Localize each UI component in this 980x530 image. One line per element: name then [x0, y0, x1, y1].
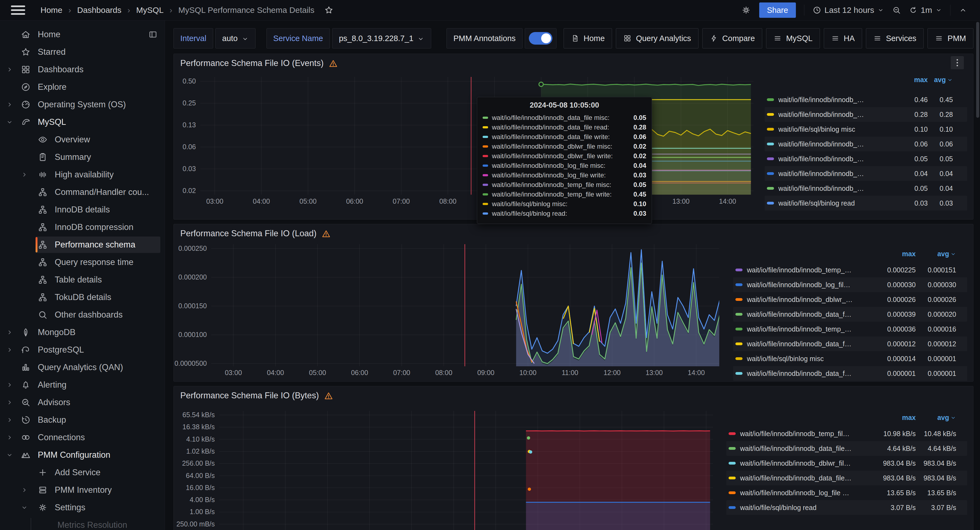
chevron-down-icon [950, 251, 956, 257]
chevron-right-icon[interactable] [6, 101, 13, 108]
chevron-down-icon[interactable] [6, 118, 13, 126]
service-name-select[interactable]: ps_8.0_3.19.228.7_1 [332, 28, 431, 48]
legend-series-label[interactable]: wait/io/file/innodb/innodb_data_file rea… [778, 110, 865, 118]
warning-icon[interactable] [324, 391, 333, 401]
page-scrollbar[interactable] [976, 22, 979, 118]
sidebar-item-summary[interactable]: Summary [0, 148, 165, 166]
panel-legend: maxavgwait/io/file/innodb/innodb_temp_fi… [726, 386, 967, 530]
sidebar-item-query-analytics-qan-[interactable]: Query Analytics (QAN) [0, 359, 165, 376]
legend-sort-avg[interactable]: avg [923, 413, 956, 421]
toolbar-button-ha[interactable]: HA [824, 28, 862, 48]
sidebar-item-backup[interactable]: Backup [0, 411, 165, 429]
warning-icon[interactable] [321, 229, 331, 238]
legend-sort-max[interactable]: max [883, 413, 916, 421]
chevron-right-icon[interactable] [6, 329, 13, 336]
legend-series-label[interactable]: wait/io/file/innodb/innodb_data_file wri… [740, 474, 853, 482]
sidebar-item-add-service[interactable]: Add Service [0, 464, 165, 481]
sidebar-item-operating-system-os-[interactable]: Operating System (OS) [0, 96, 165, 113]
sidebar-item-innodb-details[interactable]: InnoDB details [0, 201, 165, 219]
sidebar-item-high-availability[interactable]: High availability [0, 166, 165, 184]
sidebar-item-home[interactable]: Home [0, 26, 165, 43]
legend-series-label[interactable]: wait/io/file/innodb/innodb_dblwr_file mi… [747, 296, 853, 303]
legend-series-label[interactable]: wait/io/file/innodb/innodb_data_file wri… [778, 140, 865, 148]
breadcrumb-item[interactable]: Dashboards [77, 5, 121, 15]
dock-sidebar-icon[interactable] [148, 30, 158, 39]
toolbar-button-services[interactable]: Services [866, 28, 924, 48]
sidebar-item-explore[interactable]: Explore [0, 78, 165, 96]
toolbar-button-pmm[interactable]: PMM [928, 28, 974, 48]
legend-series-label[interactable]: wait/io/file/innodb/innodb_temp_file wri… [740, 430, 853, 438]
legend-sort-avg[interactable]: avg [923, 250, 956, 258]
refresh-button[interactable]: 1m [909, 5, 942, 15]
menu-toggle-button[interactable] [11, 5, 25, 15]
toolbar-button-query-analytics[interactable]: Query Analytics [616, 28, 698, 48]
sidebar-item-postgresql[interactable]: PostgreSQL [0, 341, 165, 359]
chevron-right-icon[interactable] [6, 382, 13, 388]
legend-series-label[interactable]: wait/io/file/innodb/innodb_dblwr_file wr… [740, 459, 853, 467]
toolbar-button-compare[interactable]: Compare [702, 28, 762, 48]
sidebar-item-mysql[interactable]: MySQL [0, 113, 165, 131]
sidebar-item-innodb-compression[interactable]: InnoDB compression [0, 219, 165, 236]
legend-series-label[interactable]: wait/io/file/innodb/innodb_temp_file wri… [747, 325, 853, 333]
breadcrumb-item[interactable]: MySQL [136, 5, 164, 15]
legend-series-label[interactable]: wait/io/file/sql/binlog misc [747, 355, 853, 363]
sidebar-item-connections[interactable]: Connections [0, 429, 165, 446]
legend-series-label[interactable]: wait/io/file/innodb/innodb_data_file wri… [747, 370, 853, 378]
favorite-star-icon[interactable] [323, 5, 335, 15]
sidebar-item-alerting[interactable]: Alerting [0, 376, 165, 394]
chevron-right-icon[interactable] [21, 487, 28, 493]
chevron-right-icon[interactable] [6, 434, 13, 441]
sidebar-item-advisors[interactable]: Advisors [0, 394, 165, 411]
pmm-annotations-toggle[interactable] [529, 32, 552, 45]
zoom-out-icon[interactable] [892, 6, 901, 14]
chevron-right-icon[interactable] [6, 417, 13, 423]
legend-series-label[interactable]: wait/io/file/innodb/innodb_data_file rea… [740, 445, 853, 453]
breadcrumb-item[interactable]: Home [40, 5, 62, 15]
legend-sort-avg[interactable]: avg [920, 76, 953, 84]
legend-series-label[interactable]: wait/io/file/innodb/innodb_temp_file mis… [747, 266, 853, 274]
panel-menu-kebab-icon[interactable] [951, 56, 964, 69]
chevron-down-icon[interactable] [21, 504, 28, 511]
sidebar-item-other-dashboards[interactable]: Other dashboards [0, 306, 165, 324]
interval-select[interactable]: auto [215, 28, 255, 48]
legend-series-label[interactable]: wait/io/file/innodb/innodb_temp_file mis… [778, 155, 865, 163]
sidebar-item-table-details[interactable]: Table details [0, 271, 165, 289]
share-button[interactable]: Share [759, 2, 795, 18]
sidebar-item-pmm-configuration[interactable]: PMM Configuration [0, 446, 165, 464]
sidebar-item-starred[interactable]: Starred [0, 43, 165, 61]
sidebar-item-metrics-resolution[interactable]: Metrics Resolution [0, 516, 165, 530]
legend-series-label[interactable]: wait/io/file/innodb/innodb_data_file rea… [747, 340, 853, 348]
collapse-topbar-caret-icon[interactable] [959, 6, 967, 14]
legend-series-label[interactable]: wait/io/file/sql/binlog read [740, 504, 853, 512]
sidebar-item-pmm-inventory[interactable]: PMM Inventory [0, 481, 165, 499]
chevron-right-icon[interactable] [6, 399, 13, 406]
sidebar-item-command-handler-cou-[interactable]: Command/Handler cou... [0, 184, 165, 201]
legend-series-label[interactable]: wait/io/file/innodb/innodb_log_file misc [778, 170, 865, 178]
legend-series-label[interactable]: wait/io/file/innodb/innodb_temp_file wri… [778, 96, 865, 104]
time-range-picker[interactable]: Last 12 hours [813, 5, 884, 15]
sidebar-item-dashboards[interactable]: Dashboards [0, 61, 165, 78]
sidebar-item-overview[interactable]: Overview [0, 131, 165, 148]
chevron-right-icon[interactable] [21, 171, 28, 178]
legend-series-label[interactable]: wait/io/file/innodb/innodb_data_file mis… [778, 185, 865, 192]
sidebar-item-tokudb-details[interactable]: TokuDB details [0, 289, 165, 306]
chevron-right-icon[interactable] [6, 66, 13, 73]
legend-sort-max[interactable]: max [883, 250, 916, 258]
dashboard-settings-gear-icon[interactable] [741, 5, 751, 15]
legend-series-label[interactable]: wait/io/file/innodb/innodb_data_file mis… [747, 310, 853, 318]
sidebar-item-label: PMM Inventory [55, 485, 111, 495]
sidebar-item-performance-schema[interactable]: Performance schema [0, 236, 165, 254]
legend-series-label[interactable]: wait/io/file/sql/binlog misc [778, 125, 865, 133]
sidebar-item-settings[interactable]: Settings [0, 499, 165, 516]
breadcrumb-item[interactable]: MySQL Performance Schema Details [178, 5, 314, 15]
legend-series-label[interactable]: wait/io/file/sql/binlog read [778, 199, 865, 207]
toolbar-button-mysql[interactable]: MySQL [766, 28, 820, 48]
legend-series-label[interactable]: wait/io/file/innodb/innodb_log_file writ… [740, 489, 853, 497]
legend-series-label[interactable]: wait/io/file/innodb/innodb_log_file misc [747, 281, 853, 289]
sidebar-item-query-response-time[interactable]: Query response time [0, 254, 165, 271]
toolbar-button-home[interactable]: Home [563, 28, 612, 48]
warning-icon[interactable] [329, 59, 338, 68]
chevron-down-icon[interactable] [6, 452, 13, 458]
sidebar-item-mongodb[interactable]: MongoDB [0, 324, 165, 341]
chevron-right-icon[interactable] [6, 346, 13, 353]
